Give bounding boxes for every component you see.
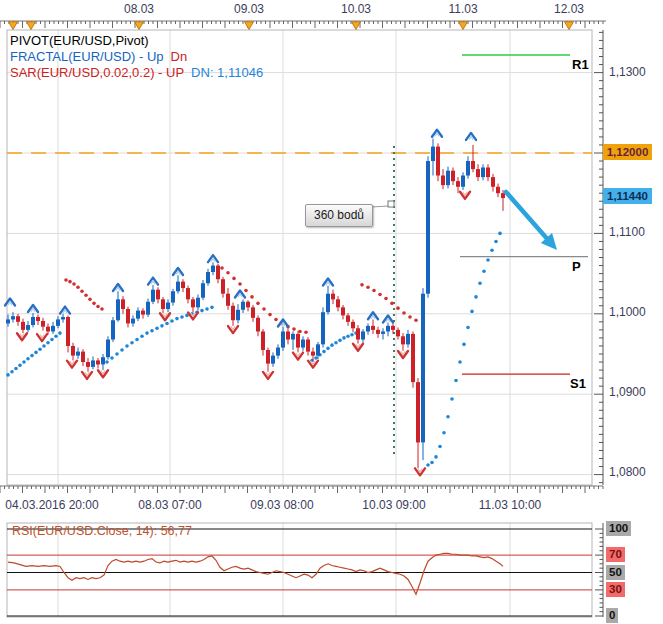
sar-dot xyxy=(450,397,454,401)
sar-dot xyxy=(322,350,326,354)
indicator-legend: PIVOT(EUR/USD,Pivot) FRACTAL(EUR/USD) - … xyxy=(10,33,263,81)
price-axis-label: 1,1100 xyxy=(609,225,645,239)
legend-pivot-text: PIVOT(EUR/USD,Pivot) xyxy=(10,33,149,48)
candle-body xyxy=(356,328,360,339)
date-marker-icon xyxy=(9,22,18,30)
candle-body xyxy=(151,290,155,302)
candle-body xyxy=(346,315,350,321)
sar-dot xyxy=(22,360,26,364)
sar-dot xyxy=(346,335,350,339)
date-marker-icon xyxy=(245,22,254,30)
sar-dot xyxy=(494,240,498,244)
sar-dot xyxy=(466,326,470,330)
candle-body xyxy=(436,147,440,176)
candle-body xyxy=(206,272,210,283)
sar-dot xyxy=(330,343,334,347)
candle-body xyxy=(351,322,355,328)
sar-dot xyxy=(18,363,22,367)
candle-body xyxy=(311,352,315,356)
top-date-label: 12.03 xyxy=(554,2,584,16)
candle-body xyxy=(276,348,280,356)
sar-dot xyxy=(115,352,119,356)
candle-body xyxy=(376,330,380,334)
rsi-level-badge-30: 30 xyxy=(606,582,625,597)
candle-body xyxy=(176,282,180,292)
sar-dot xyxy=(326,347,330,351)
sar-dot xyxy=(76,285,80,289)
measure-tooltip: 360 bodů xyxy=(305,204,373,227)
candle-body xyxy=(466,161,470,175)
sar-dot xyxy=(474,295,478,299)
candle-body xyxy=(241,302,245,310)
sar-dot xyxy=(396,306,400,310)
candle-body xyxy=(306,340,310,352)
sar-dot xyxy=(434,455,438,459)
sar-dot xyxy=(155,326,159,330)
candle-body xyxy=(411,334,415,382)
sar-dot xyxy=(10,370,14,374)
candle-body xyxy=(451,171,455,181)
candle-body xyxy=(186,288,190,299)
candle-body xyxy=(196,298,200,308)
legend-line-pivot: PIVOT(EUR/USD,Pivot) xyxy=(10,33,263,49)
legend-fractal-text: FRACTAL(EUR/USD) - Up xyxy=(10,49,164,64)
candle-body xyxy=(446,171,450,185)
candle-body xyxy=(106,340,110,358)
candle-body xyxy=(191,299,195,307)
sar-dot xyxy=(498,232,502,236)
sar-dot xyxy=(390,302,394,306)
candle-body xyxy=(396,330,400,336)
sar-dot xyxy=(125,344,129,348)
sar-dot xyxy=(232,277,236,281)
candle-body xyxy=(116,299,120,320)
sar-dot xyxy=(490,248,494,252)
sar-dot xyxy=(402,311,406,315)
sar-dot xyxy=(304,330,308,334)
time-axis-label: 09.03 08:00 xyxy=(250,498,313,512)
price-badge-last: 1,11440 xyxy=(603,188,652,204)
sar-dot xyxy=(92,302,96,306)
sar-dot xyxy=(438,445,442,449)
sar-dot xyxy=(226,271,230,275)
candle-body xyxy=(481,167,485,177)
sar-dot xyxy=(446,415,450,419)
legend-sar-text: SAR(EUR/USD,0.02,0.2) - UP xyxy=(10,65,184,80)
legend-sar-dn-text: DN: 1,11046 xyxy=(191,65,263,80)
candle-body xyxy=(286,331,290,339)
candle-body xyxy=(6,319,10,323)
sar-dot xyxy=(384,297,388,301)
candle-body xyxy=(231,306,235,320)
rsi-level-badge-70: 70 xyxy=(606,547,625,562)
candle-body xyxy=(156,290,160,300)
candle-body xyxy=(261,331,265,349)
candle-body xyxy=(26,325,30,330)
measure-handle-icon[interactable] xyxy=(388,201,394,207)
legend-fractal-dn-text: Dn xyxy=(171,49,188,64)
price-axis-label: 1,1000 xyxy=(609,305,646,319)
date-marker-icon xyxy=(27,22,36,30)
sar-dot xyxy=(120,348,124,352)
sar-dot xyxy=(262,307,266,311)
sar-dot xyxy=(64,278,68,282)
candle-body xyxy=(166,303,170,309)
sar-dot xyxy=(408,315,412,319)
candle-body xyxy=(256,318,260,332)
candle-body xyxy=(171,291,175,302)
candle-body xyxy=(456,181,460,187)
sar-dot xyxy=(180,315,184,319)
sar-dot xyxy=(486,258,490,262)
sar-dot xyxy=(250,295,254,299)
time-axis-label: 08.03 07:00 xyxy=(138,498,201,512)
candle-body xyxy=(46,327,50,332)
price-badge-level: 1,12000 xyxy=(603,144,652,160)
sar-dot xyxy=(72,282,76,286)
candle-body xyxy=(246,302,250,308)
sar-dot xyxy=(145,331,149,335)
date-marker-icon xyxy=(565,22,574,30)
sar-dot xyxy=(378,293,382,297)
candle-body xyxy=(336,299,340,307)
candle-body xyxy=(366,326,370,332)
candle-body xyxy=(386,326,390,332)
candle-body xyxy=(326,294,330,312)
sar-dot xyxy=(292,327,296,331)
